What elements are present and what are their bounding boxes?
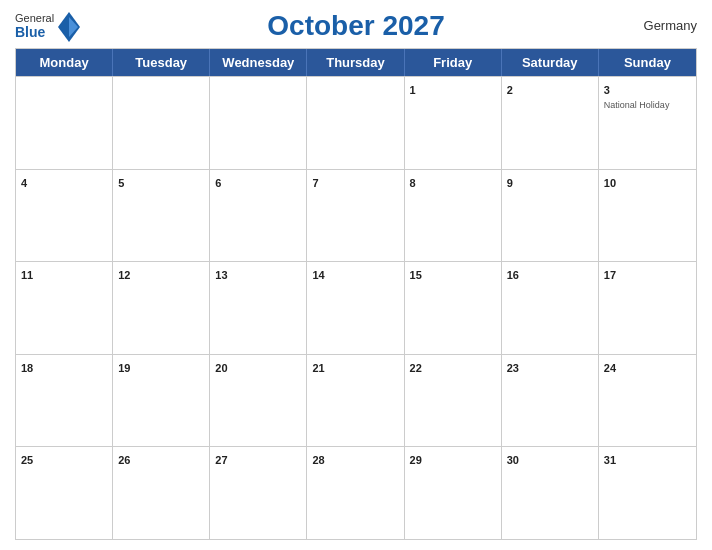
date-number: 30 [507,454,519,466]
date-number: 16 [507,269,519,281]
day-cell-2-5: 16 [502,262,599,354]
day-header-tuesday: Tuesday [113,49,210,76]
day-cell-3-5: 23 [502,355,599,447]
day-cell-1-5: 9 [502,170,599,262]
day-cell-2-2: 13 [210,262,307,354]
day-cell-0-4: 1 [405,77,502,169]
date-number: 14 [312,269,324,281]
day-cell-0-6: 3National Holiday [599,77,696,169]
day-header-wednesday: Wednesday [210,49,307,76]
date-number: 19 [118,362,130,374]
date-number: 20 [215,362,227,374]
day-cell-2-0: 11 [16,262,113,354]
logo-text: General Blue [15,12,54,40]
date-number: 13 [215,269,227,281]
date-number: 17 [604,269,616,281]
day-cell-4-2: 27 [210,447,307,539]
day-cell-0-3 [307,77,404,169]
day-cell-2-4: 15 [405,262,502,354]
day-cell-1-2: 6 [210,170,307,262]
day-cell-3-2: 20 [210,355,307,447]
date-number: 4 [21,177,27,189]
day-header-sunday: Sunday [599,49,696,76]
date-number: 27 [215,454,227,466]
date-number: 15 [410,269,422,281]
date-number: 7 [312,177,318,189]
day-cell-0-5: 2 [502,77,599,169]
date-number: 23 [507,362,519,374]
date-number: 24 [604,362,616,374]
logo-general: General [15,12,54,24]
day-cell-4-4: 29 [405,447,502,539]
day-cell-3-3: 21 [307,355,404,447]
day-cell-0-1 [113,77,210,169]
date-number: 25 [21,454,33,466]
logo-blue: Blue [15,24,54,40]
week-row-1: 123National Holiday [16,76,696,169]
date-number: 18 [21,362,33,374]
calendar-title: October 2027 [267,10,444,42]
day-cell-3-0: 18 [16,355,113,447]
date-number: 10 [604,177,616,189]
day-cell-0-0 [16,77,113,169]
day-cell-4-1: 26 [113,447,210,539]
country-label: Germany [644,18,697,33]
date-number: 5 [118,177,124,189]
date-number: 26 [118,454,130,466]
date-number: 2 [507,84,513,96]
day-cell-2-1: 12 [113,262,210,354]
calendar-header: General Blue October 2027 Germany [15,10,697,42]
date-number: 28 [312,454,324,466]
day-cell-4-3: 28 [307,447,404,539]
day-cell-0-2 [210,77,307,169]
day-cell-1-6: 10 [599,170,696,262]
date-number: 29 [410,454,422,466]
logo-wrapper: General Blue [15,10,80,42]
day-header-saturday: Saturday [502,49,599,76]
week-row-2: 45678910 [16,169,696,262]
day-cell-3-6: 24 [599,355,696,447]
week-row-3: 11121314151617 [16,261,696,354]
day-headers: Monday Tuesday Wednesday Thursday Friday… [16,49,696,76]
date-number: 22 [410,362,422,374]
weeks-container: 123National Holiday456789101112131415161… [16,76,696,539]
day-cell-1-0: 4 [16,170,113,262]
date-number: 6 [215,177,221,189]
week-row-4: 18192021222324 [16,354,696,447]
day-cell-3-4: 22 [405,355,502,447]
date-number: 12 [118,269,130,281]
holiday-label: National Holiday [604,100,691,111]
day-header-friday: Friday [405,49,502,76]
date-number: 31 [604,454,616,466]
week-row-5: 25262728293031 [16,446,696,539]
day-cell-1-4: 8 [405,170,502,262]
date-number: 21 [312,362,324,374]
day-cell-4-5: 30 [502,447,599,539]
day-cell-1-1: 5 [113,170,210,262]
calendar-grid: Monday Tuesday Wednesday Thursday Friday… [15,48,697,540]
logo-icon [58,12,80,42]
calendar-container: General Blue October 2027 Germany Monday… [0,0,712,550]
day-header-monday: Monday [16,49,113,76]
date-number: 1 [410,84,416,96]
day-header-thursday: Thursday [307,49,404,76]
logo-area: General Blue [15,10,80,42]
date-number: 3 [604,84,610,96]
day-cell-3-1: 19 [113,355,210,447]
day-cell-4-0: 25 [16,447,113,539]
date-number: 9 [507,177,513,189]
day-cell-2-3: 14 [307,262,404,354]
day-cell-1-3: 7 [307,170,404,262]
day-cell-2-6: 17 [599,262,696,354]
date-number: 11 [21,269,33,281]
date-number: 8 [410,177,416,189]
day-cell-4-6: 31 [599,447,696,539]
